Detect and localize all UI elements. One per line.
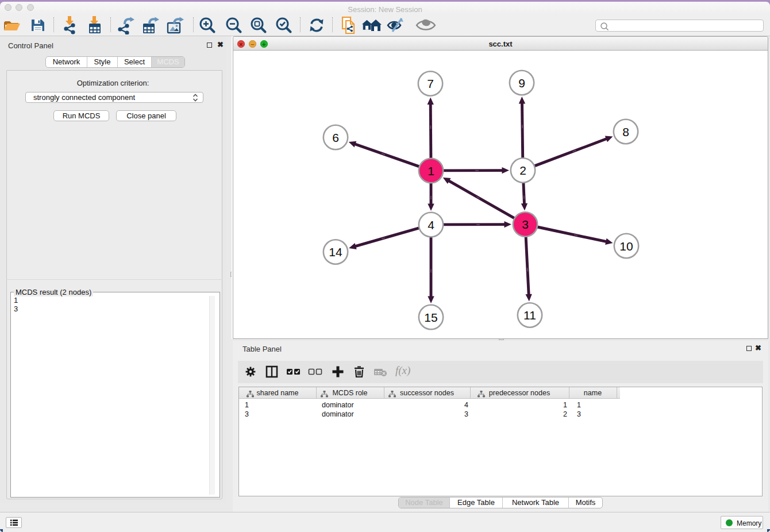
svg-text:4: 4 bbox=[428, 218, 434, 232]
svg-text:6: 6 bbox=[332, 131, 339, 144]
svg-text:15: 15 bbox=[424, 311, 437, 324]
svg-text:8: 8 bbox=[622, 125, 629, 138]
svg-text:7: 7 bbox=[427, 77, 434, 90]
svg-text:10: 10 bbox=[619, 240, 633, 253]
svg-text:11: 11 bbox=[523, 309, 536, 322]
svg-text:9: 9 bbox=[518, 76, 525, 90]
svg-text:1: 1 bbox=[428, 164, 434, 178]
svg-text:14: 14 bbox=[329, 245, 342, 259]
svg-text:2: 2 bbox=[519, 164, 526, 177]
svg-text:3: 3 bbox=[522, 218, 529, 231]
